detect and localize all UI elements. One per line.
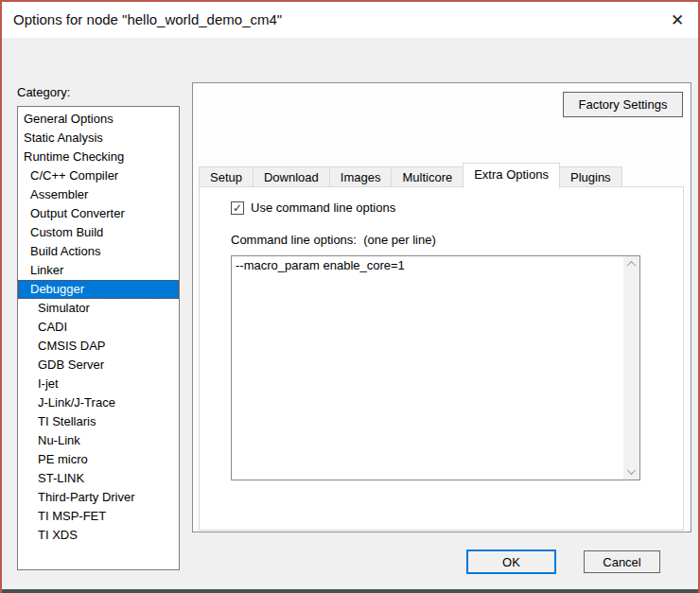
factory-settings-button[interactable]: Factory Settings <box>563 92 683 117</box>
tab-multicore[interactable]: Multicore <box>392 166 464 187</box>
category-label: Category: <box>17 85 70 99</box>
tab-download[interactable]: Download <box>254 166 330 187</box>
category-item-debugger[interactable]: Debugger <box>18 280 179 299</box>
ok-button[interactable]: OK <box>466 549 556 574</box>
category-item-build-actions[interactable]: Build Actions <box>18 242 179 261</box>
factory-settings-label: Factory Settings <box>579 97 668 112</box>
category-item-third-party-driver[interactable]: Third-Party Driver <box>18 488 179 507</box>
category-item-linker[interactable]: Linker <box>18 261 179 280</box>
command-line-options-label: Command line options: (one per line) <box>231 233 436 247</box>
tab-setup[interactable]: Setup <box>199 166 254 187</box>
category-item-assembler[interactable]: Assembler <box>18 185 179 204</box>
use-command-line-options-row[interactable]: ✓ Use command line options <box>231 201 395 215</box>
category-item-ti-xds[interactable]: TI XDS <box>18 526 179 545</box>
category-item-ti-msp-fet[interactable]: TI MSP-FET <box>18 507 179 526</box>
textarea-scrollbar[interactable] <box>623 256 639 480</box>
options-dialog: Options for node "hello_world_demo_cm4" … <box>0 0 700 593</box>
category-item-runtime-checking[interactable]: Runtime Checking <box>18 148 179 166</box>
category-item-output-converter[interactable]: Output Converter <box>18 204 179 223</box>
scroll-down-button[interactable] <box>623 463 639 480</box>
tab-extra-options[interactable]: Extra Options <box>463 163 560 188</box>
tab-plugins[interactable]: Plugins <box>560 166 622 187</box>
scroll-down-icon <box>627 465 637 475</box>
dialog-title: Options for node "hello_world_demo_cm4" <box>13 11 282 27</box>
close-button[interactable]: ✕ <box>664 7 691 33</box>
tab-page-extra-options: ✓ Use command line options Command line … <box>199 186 684 531</box>
category-item-cadi[interactable]: CADI <box>18 318 179 337</box>
category-item-pe-micro[interactable]: PE micro <box>18 450 179 469</box>
category-item-cmsis-dap[interactable]: CMSIS DAP <box>18 337 179 356</box>
category-listbox[interactable]: General OptionsStatic AnalysisRuntime Ch… <box>17 106 180 570</box>
category-item-gdb-server[interactable]: GDB Server <box>18 356 179 375</box>
ok-button-label: OK <box>502 555 520 569</box>
category-item-static-analysis[interactable]: Static Analysis <box>18 129 179 148</box>
scroll-up-button[interactable] <box>623 256 639 272</box>
category-item-i-jet[interactable]: I-jet <box>18 375 179 393</box>
command-line-options-value: --macro_param enable_core=1 <box>236 258 619 272</box>
titlebar: Options for node "hello_world_demo_cm4" … <box>2 2 698 38</box>
use-command-line-options-label: Use command line options <box>251 201 395 215</box>
close-icon: ✕ <box>671 10 684 30</box>
category-item-j-link-j-trace[interactable]: J-Link/J-Trace <box>18 393 179 412</box>
command-line-options-textarea[interactable]: --macro_param enable_core=1 <box>231 255 640 480</box>
checkmark-icon: ✓ <box>233 202 242 214</box>
use-command-line-options-checkbox[interactable]: ✓ <box>231 201 244 215</box>
category-item-ti-stellaris[interactable]: TI Stellaris <box>18 412 179 431</box>
category-item-custom-build[interactable]: Custom Build <box>18 223 179 242</box>
category-item-c-c-compiler[interactable]: C/C++ Compiler <box>18 166 179 185</box>
tab-strip: SetupDownloadImagesMulticoreExtra Option… <box>199 162 622 187</box>
category-item-st-link[interactable]: ST-LINK <box>18 469 179 488</box>
tab-images[interactable]: Images <box>330 166 393 187</box>
category-item-simulator[interactable]: Simulator <box>18 299 179 318</box>
category-item-general-options[interactable]: General Options <box>18 110 179 129</box>
cancel-button-label: Cancel <box>603 555 640 569</box>
category-item-nu-link[interactable]: Nu-Link <box>18 431 179 450</box>
scroll-up-icon <box>627 261 637 270</box>
cancel-button[interactable]: Cancel <box>584 550 660 573</box>
options-panel: Factory Settings SetupDownloadImagesMult… <box>192 82 691 532</box>
